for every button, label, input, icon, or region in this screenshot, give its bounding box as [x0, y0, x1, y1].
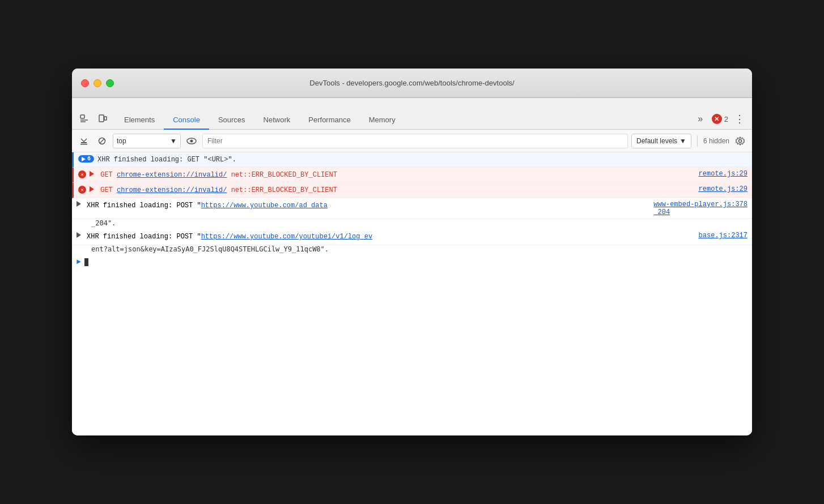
devtools-window: DevTools - developers.google.com/web/too… — [72, 69, 752, 435]
entry-text-xhr3: XHR finished loading: POST "https://www.… — [87, 232, 692, 242]
svg-rect-0 — [80, 115, 84, 118]
tab-elements[interactable]: Elements — [115, 111, 164, 130]
xhr3-continuation: ent?alt=json&key=AIzaSyA0_FJ2SlqU8Q4STEH… — [72, 245, 752, 255]
svg-rect-4 — [104, 117, 107, 120]
entry-expand-icon3[interactable] — [77, 232, 83, 238]
entry-text-error1: GET chrome-extension://invalid/ net::ERR… — [90, 170, 692, 180]
method-label2: GET — [100, 186, 117, 194]
svg-point-12 — [739, 139, 742, 142]
error-count: 2 — [724, 115, 728, 123]
expand-xhr3-icon[interactable] — [77, 232, 81, 238]
console-toolbar: top ▼ Default levels ▼ 6 hidden — [72, 130, 752, 152]
tab-sources[interactable]: Sources — [209, 111, 254, 130]
default-levels-button[interactable]: Default levels ▼ — [631, 134, 691, 148]
prompt-arrow-icon: ► — [77, 258, 81, 266]
console-settings-button[interactable] — [733, 134, 747, 148]
devtools-menu-button[interactable]: ⋮ — [732, 111, 747, 127]
filter-input[interactable] — [202, 134, 628, 148]
expand-xhr2-icon[interactable] — [77, 201, 81, 207]
entry-source4[interactable]: base.js:2317 — [692, 232, 747, 240]
entry-text-xhr2: XHR finished loading: POST "https://www.… — [87, 200, 647, 211]
tab-performance[interactable]: Performance — [299, 111, 359, 130]
entry-expand-icon2[interactable] — [77, 201, 83, 207]
svg-marker-5 — [81, 138, 87, 142]
tab-memory[interactable]: Memory — [360, 111, 405, 130]
log-entry-xhr3: XHR finished loading: POST "https://www.… — [72, 229, 752, 245]
log-entry-error1: ✕ GET chrome-extension://invalid/ net::E… — [72, 168, 752, 183]
svg-rect-6 — [81, 142, 87, 143]
entry-source2[interactable]: remote.js:29 — [692, 185, 747, 193]
method-label1: GET — [100, 171, 117, 179]
entry-text-xhr1: XHR finished loading: GET "<URL>". — [97, 155, 747, 165]
entry-source3[interactable]: www-embed-player.js:378_204 — [647, 200, 747, 216]
maximize-button[interactable] — [106, 79, 114, 87]
close-button[interactable] — [81, 79, 89, 87]
error-url1[interactable]: chrome-extension://invalid/ — [117, 171, 227, 179]
console-content: 6 XHR finished loading: GET "<URL>". ✕ G… — [72, 152, 752, 435]
log-entry-xhr-group: 6 XHR finished loading: GET "<URL>". — [72, 152, 752, 168]
traffic-lights — [81, 79, 114, 87]
xhr2-url[interactable]: https://www.youtube.com/ad_data — [201, 202, 328, 210]
error-icon: ✕ — [712, 114, 722, 124]
svg-point-11 — [190, 139, 193, 142]
xhr3-url[interactable]: https://www.youtube.com/youtubei/v1/log_… — [201, 233, 372, 241]
entry-text-error2: GET chrome-extension://invalid/ net::ERR… — [90, 185, 692, 195]
error-message2: net::ERR_BLOCKED_BY_CLIENT — [231, 186, 337, 194]
triangle-icon — [82, 157, 86, 161]
window-title: DevTools - developers.google.com/web/too… — [309, 79, 514, 87]
clear-console-button[interactable] — [77, 134, 91, 148]
console-cursor[interactable] — [84, 258, 88, 266]
inspect-element-button[interactable] — [77, 111, 92, 127]
block-requests-button[interactable] — [95, 134, 109, 148]
error-circle-icon2: ✕ — [78, 186, 86, 194]
expand-error2[interactable] — [90, 186, 94, 192]
log-entry-error2: ✕ GET chrome-extension://invalid/ net::E… — [72, 183, 752, 198]
live-expressions-button[interactable] — [184, 134, 199, 148]
svg-rect-3 — [99, 115, 104, 122]
error-badge[interactable]: ✕ 2 — [712, 114, 728, 124]
entry-expand-icon[interactable]: 6 — [78, 155, 94, 163]
log-entry-xhr2: XHR finished loading: POST "https://www.… — [72, 198, 752, 219]
error-message1: net::ERR_BLOCKED_BY_CLIENT — [231, 171, 337, 179]
console-prompt-row[interactable]: ► — [72, 255, 752, 268]
tab-console[interactable]: Console — [164, 111, 209, 130]
svg-rect-7 — [80, 144, 87, 145]
group-badge: 6 — [78, 155, 94, 163]
tab-network[interactable]: Network — [254, 111, 300, 130]
error-url2[interactable]: chrome-extension://invalid/ — [117, 186, 227, 194]
error-circle-icon1: ✕ — [78, 170, 86, 178]
hidden-count: 6 hidden — [703, 137, 729, 145]
more-tabs-button[interactable]: » — [693, 111, 708, 127]
device-toolbar-button[interactable] — [95, 111, 111, 127]
expand-error1[interactable] — [90, 171, 94, 177]
error-entry-icon2: ✕ — [78, 186, 86, 194]
svg-line-9 — [100, 139, 104, 143]
tab-right-controls: » ✕ 2 ⋮ — [693, 111, 747, 127]
xhr2-continuation: _204". — [72, 219, 752, 229]
title-bar: DevTools - developers.google.com/web/too… — [72, 69, 752, 98]
tab-left-icons — [77, 111, 111, 127]
minimize-button[interactable] — [94, 79, 101, 87]
toolbar-divider — [697, 135, 698, 147]
entry-source1[interactable]: remote.js:29 — [692, 170, 747, 178]
error-entry-icon1: ✕ — [78, 170, 86, 178]
context-select[interactable]: top ▼ — [113, 134, 181, 148]
tabs-bar: Elements Console Sources Network Perform… — [72, 98, 752, 130]
